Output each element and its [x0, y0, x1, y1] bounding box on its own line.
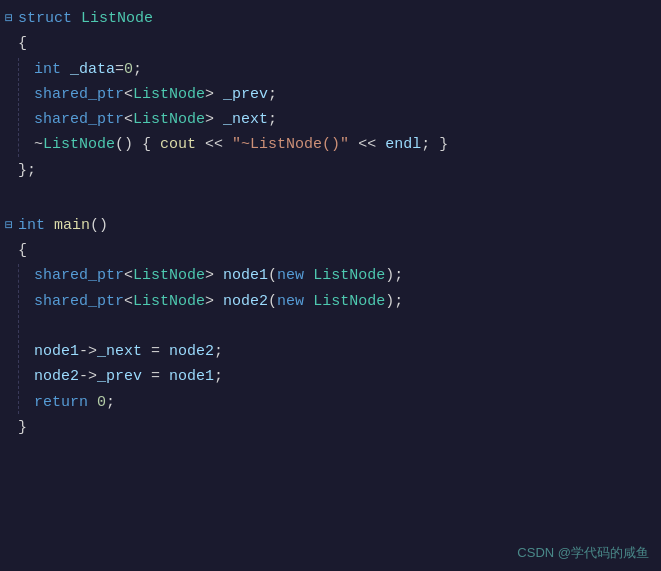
code-line: shared_ptr<ListNode> _next; [0, 107, 661, 132]
code-content: shared_ptr<ListNode> node2(new ListNode)… [34, 290, 651, 313]
token-punct: < [124, 267, 133, 284]
token-op: = [142, 343, 169, 360]
fold-gutter: ⊟ [0, 216, 18, 236]
token-punct [88, 394, 97, 411]
code-content: int _data=0; [34, 58, 651, 81]
token-var: _prev [223, 86, 268, 103]
token-kw: return [34, 394, 88, 411]
code-content: { [18, 239, 651, 262]
token-punct: () [90, 217, 108, 234]
token-type: ListNode [133, 111, 205, 128]
code-content: return 0; [34, 391, 651, 414]
token-var: node1 [169, 368, 214, 385]
token-punct [304, 267, 313, 284]
token-type: ListNode [133, 86, 205, 103]
token-op: = [142, 368, 169, 385]
token-punct: () [115, 136, 133, 153]
indent-guide [18, 264, 34, 287]
indent-guide [18, 315, 34, 338]
code-content: }; [18, 159, 651, 182]
token-type: ListNode [81, 10, 153, 27]
code-line: } [0, 415, 661, 440]
token-punct: ( [268, 293, 277, 310]
token-kw: new [277, 267, 304, 284]
code-line: node2->_prev = node1; [0, 364, 661, 389]
spacer [0, 189, 661, 207]
token-kw: int [34, 61, 61, 78]
indent-guide [18, 83, 34, 106]
code-content: shared_ptr<ListNode> _next; [34, 108, 651, 131]
token-var: _next [223, 111, 268, 128]
token-type: ListNode [133, 267, 205, 284]
token-kw: int [18, 217, 45, 234]
token-var: node2 [34, 368, 79, 385]
token-type: ListNode [313, 267, 385, 284]
code-content: { [18, 32, 651, 55]
main-block: ⊟int main(){ shared_ptr<ListNode> node1(… [0, 207, 661, 446]
code-line: ~ListNode() { cout << "~ListNode()" << e… [0, 132, 661, 157]
token-var: _next [97, 343, 142, 360]
token-punct: ; [214, 343, 223, 360]
token-var: node2 [223, 293, 268, 310]
code-content: node2->_prev = node1; [34, 365, 651, 388]
code-line [0, 314, 661, 339]
token-op: -> [79, 368, 97, 385]
code-content: ~ListNode() { cout << "~ListNode()" << e… [34, 133, 651, 156]
token-op: -> [79, 343, 97, 360]
token-kw: new [277, 293, 304, 310]
fold-gutter: ⊟ [0, 9, 18, 29]
token-punct: { [18, 35, 27, 52]
token-kw: struct [18, 10, 72, 27]
token-kw: shared_ptr [34, 293, 124, 310]
token-kw: shared_ptr [34, 267, 124, 284]
token-punct: > [205, 111, 214, 128]
code-content: shared_ptr<ListNode> node1(new ListNode)… [34, 264, 651, 287]
token-punct: > [205, 267, 214, 284]
token-punct: } [18, 419, 27, 436]
token-tilde: ~ [34, 136, 43, 153]
token-punct: ; [268, 111, 277, 128]
token-var: node1 [34, 343, 79, 360]
token-fn: main [54, 217, 90, 234]
token-punct: ); [385, 267, 403, 284]
code-line: return 0; [0, 390, 661, 415]
code-line: int _data=0; [0, 57, 661, 82]
code-line: shared_ptr<ListNode> _prev; [0, 82, 661, 107]
watermark: CSDN @学代码的咸鱼 [517, 543, 649, 563]
token-punct [214, 86, 223, 103]
token-punct: < [124, 111, 133, 128]
code-line: { [0, 238, 661, 263]
indent-guide [18, 108, 34, 131]
token-punct: { [18, 242, 27, 259]
token-punct [304, 293, 313, 310]
token-kw: shared_ptr [34, 111, 124, 128]
code-content: } [18, 416, 651, 439]
token-var: node2 [169, 343, 214, 360]
token-type: ListNode [43, 136, 115, 153]
indent-guide [18, 391, 34, 414]
token-punct [214, 267, 223, 284]
code-content: int main() [18, 214, 651, 237]
token-punct: ; [133, 61, 142, 78]
token-punct: ( [268, 267, 277, 284]
token-var: _prev [97, 368, 142, 385]
token-var: node1 [223, 267, 268, 284]
token-punct: }; [18, 162, 36, 179]
token-str: "~ListNode()" [232, 136, 349, 153]
token-type: ListNode [313, 293, 385, 310]
code-content: shared_ptr<ListNode> _prev; [34, 83, 651, 106]
code-line: { [0, 31, 661, 56]
code-line: }; [0, 158, 661, 183]
token-punct: > [205, 86, 214, 103]
token-punct [61, 61, 70, 78]
token-punct [214, 111, 223, 128]
code-line: ⊟struct ListNode [0, 6, 661, 31]
token-var: _data [70, 61, 115, 78]
code-editor: ⊟struct ListNode{ int _data=0; shared_pt… [0, 0, 661, 571]
token-type: ListNode [133, 293, 205, 310]
token-punct: < [124, 86, 133, 103]
code-line: shared_ptr<ListNode> node2(new ListNode)… [0, 289, 661, 314]
token-punct [214, 293, 223, 310]
indent-guide [18, 133, 34, 156]
code-line: ⊟int main() [0, 213, 661, 238]
